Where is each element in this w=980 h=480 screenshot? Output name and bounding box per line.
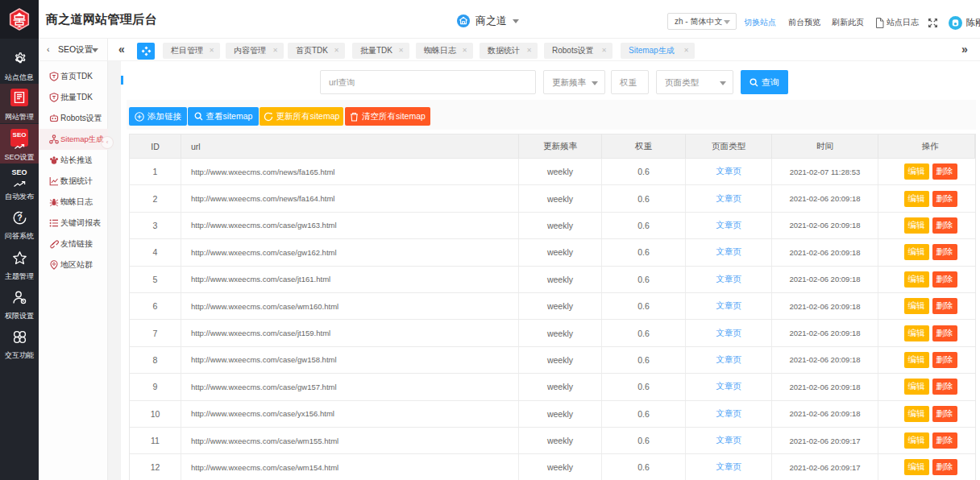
svg-text:?: ?	[17, 213, 22, 222]
